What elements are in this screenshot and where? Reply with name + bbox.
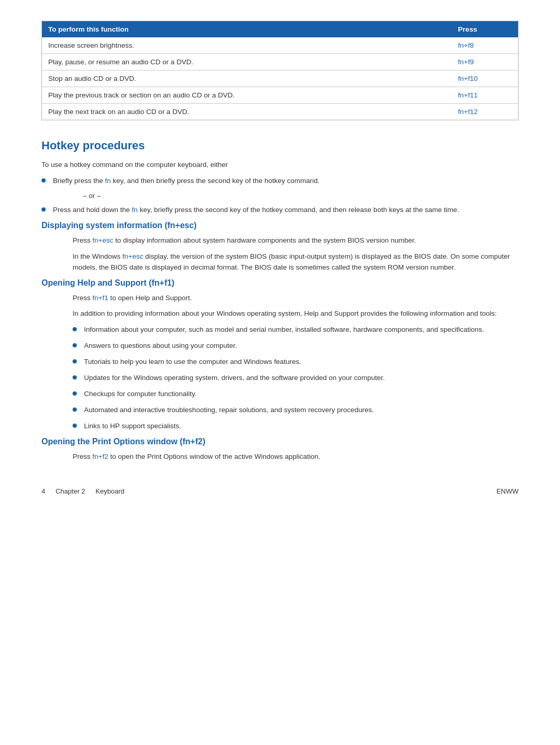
list-item-text: Checkups for computer functionality. xyxy=(84,389,197,400)
displaying-system-para2: In the Windows fn+esc display, the versi… xyxy=(73,251,519,273)
bullet-2-text: Press and hold down the fn key, briefly … xyxy=(53,205,459,216)
list-item-text: Answers to questions about using your co… xyxy=(84,341,237,352)
press-cell: fn+f11 xyxy=(452,87,518,104)
list-item: Checkups for computer functionality. xyxy=(73,389,519,400)
table-col1-header: To perform this function xyxy=(42,21,452,37)
hotkey-bullet-2-list: Press and hold down the fn key, briefly … xyxy=(41,205,519,216)
bullet-dot-1 xyxy=(41,178,46,182)
list-item-text: Information about your computer, such as… xyxy=(84,325,484,335)
function-table: To perform this function Press Increase … xyxy=(41,21,519,120)
table-row: Increase screen brightness.fn+f8 xyxy=(42,37,518,54)
list-item-text: Links to HP support specialists. xyxy=(84,421,181,432)
hotkey-procedures-heading: Hotkey procedures xyxy=(41,139,519,152)
opening-help-para2: In addition to providing information abo… xyxy=(73,308,519,319)
footer-left: 4 Chapter 2 Keyboard xyxy=(41,487,124,495)
press-cell: fn+f10 xyxy=(452,71,518,87)
bullet-dot xyxy=(73,327,77,331)
function-cell: Increase screen brightness. xyxy=(42,37,452,54)
bullet-dot xyxy=(73,343,77,347)
opening-help-heading: Opening Help and Support (fn+f1) xyxy=(41,278,519,288)
fn-hotkey-1: fn xyxy=(105,177,111,185)
table-row: Play, pause, or resume an audio CD or a … xyxy=(42,54,518,71)
hotkey-bullets: Briefly press the fn key, and then brief… xyxy=(41,176,519,187)
fnf2-hotkey: fn+f2 xyxy=(92,453,108,460)
list-item: Automated and interactive troubleshootin… xyxy=(73,405,519,416)
bullet-1-text: Briefly press the fn key, and then brief… xyxy=(53,176,320,187)
function-cell: Play, pause, or resume an audio CD or a … xyxy=(42,54,452,71)
press-cell: fn+f8 xyxy=(452,37,518,54)
fnf1-hotkey: fn+f1 xyxy=(92,294,108,302)
function-cell: Play the previous track or section on an… xyxy=(42,87,452,104)
fn-hotkey-2: fn xyxy=(132,206,137,214)
function-cell: Play the next track on an audio CD or a … xyxy=(42,104,452,120)
table-row: Stop an audio CD or a DVD.fn+f10 xyxy=(42,71,518,87)
list-item: Updates for the Windows operating system… xyxy=(73,373,519,384)
displaying-system-para1: Press fn+esc to display information abou… xyxy=(73,235,519,246)
press-cell: fn+f9 xyxy=(452,54,518,71)
bullet-dot xyxy=(73,407,77,412)
bullet-dot-2 xyxy=(41,207,46,212)
table-row: Play the previous track or section on an… xyxy=(42,87,518,104)
page-number: 4 xyxy=(41,487,45,495)
fnesc-hotkey-1: fn+esc xyxy=(92,236,113,244)
table-col2-header: Press xyxy=(452,21,518,37)
opening-print-para1: Press fn+f2 to open the Print Options wi… xyxy=(73,452,519,462)
displaying-system-heading: Displaying system information (fn+esc) xyxy=(41,221,519,230)
bullet-dot xyxy=(73,424,77,428)
chapter-name: Keyboard xyxy=(95,487,124,495)
footer-right: ENWW xyxy=(496,487,519,495)
list-item: Links to HP support specialists. xyxy=(73,421,519,432)
fnesc-hotkey-2: fn+esc xyxy=(122,252,143,260)
list-item: Answers to questions about using your co… xyxy=(73,341,519,352)
function-cell: Stop an audio CD or a DVD. xyxy=(42,71,452,87)
or-separator: – or – xyxy=(83,192,519,200)
table-row: Play the next track on an audio CD or a … xyxy=(42,104,518,120)
list-item: Tutorials to help you learn to use the c… xyxy=(73,357,519,368)
hotkey-bullet-2: Press and hold down the fn key, briefly … xyxy=(41,205,519,216)
bullet-dot xyxy=(73,375,77,379)
opening-help-para1: Press fn+f1 to open Help and Support. xyxy=(73,293,519,304)
list-item-text: Tutorials to help you learn to use the c… xyxy=(84,357,301,368)
opening-help-bullet-list: Information about your computer, such as… xyxy=(73,325,519,431)
opening-print-heading: Opening the Print Options window (fn+f2) xyxy=(41,437,519,446)
page-footer: 4 Chapter 2 Keyboard ENWW xyxy=(41,487,519,495)
list-item-text: Automated and interactive troubleshootin… xyxy=(84,405,374,416)
list-item: Information about your computer, such as… xyxy=(73,325,519,335)
bullet-dot xyxy=(73,359,77,363)
hotkey-bullet-1: Briefly press the fn key, and then brief… xyxy=(41,176,519,187)
list-item-text: Updates for the Windows operating system… xyxy=(84,373,385,384)
chapter-label: Chapter 2 xyxy=(55,487,85,495)
hotkey-intro: To use a hotkey command on the computer … xyxy=(41,160,519,171)
press-cell: fn+f12 xyxy=(452,104,518,120)
bullet-dot xyxy=(73,391,77,396)
